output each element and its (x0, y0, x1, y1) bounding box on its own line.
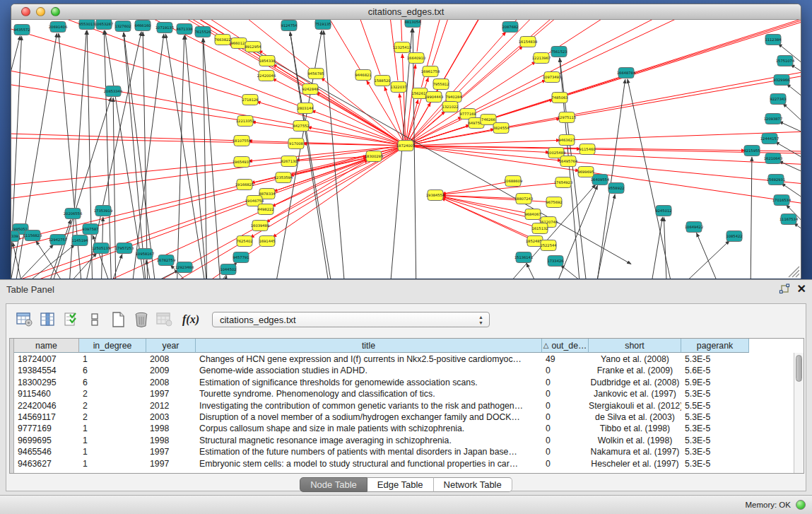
select-columns-button[interactable] (61, 310, 81, 329)
edge-passthrough (514, 20, 801, 22)
show-column-button[interactable] (38, 310, 58, 329)
table-row[interactable]: 946362711997Embryonic stem cells: a mode… (14, 459, 794, 470)
column-header-out_de[interactable]: △out_de… (542, 339, 589, 353)
table-row[interactable]: 2242004622012Investigating the contribut… (14, 401, 794, 412)
table-cell: 2 (79, 412, 146, 424)
table-cell: 9463627 (14, 459, 79, 470)
table-cell: Hescheler et al. (1997) (589, 459, 681, 470)
table-cell: 2012 (146, 401, 196, 412)
graph-node-label: 12353594 (274, 175, 293, 180)
graph-node-label: 12325413 (393, 45, 411, 49)
graph-node-label: 10653287 (95, 22, 113, 26)
table-row[interactable]: 1830029562008Estimation of significance … (14, 378, 794, 389)
graph-node-label: 10649422 (685, 225, 703, 229)
edge-passthrough (437, 20, 753, 91)
table-row[interactable]: 1456911722003Disruption of a novel membe… (14, 412, 794, 424)
sort-ascending-icon: △ (543, 341, 549, 349)
table-cell: Estimation of significance thresholds fo… (196, 378, 542, 389)
table-cell: 0 (542, 424, 589, 435)
graph-node-label: 12975115 (558, 115, 576, 119)
delete-table-button[interactable] (155, 310, 175, 329)
table-cell: 0 (542, 366, 589, 377)
column-header-short[interactable]: short (589, 339, 681, 353)
table-settings-button[interactable] (15, 310, 35, 329)
table-row[interactable]: 1872400712008Changes of HCN gene express… (14, 354, 794, 366)
network-canvas[interactable]: 9435572206914068553013106532871327602646… (11, 20, 801, 279)
resize-grip-icon[interactable] (789, 267, 799, 277)
table-row[interactable]: 977716911998Corpus callosum shape and si… (14, 424, 794, 435)
column-header-name[interactable]: name (14, 339, 79, 353)
stacked-cells-icon (90, 312, 100, 327)
network-graph[interactable]: 9435572206914068553013106532871327602646… (11, 20, 801, 279)
table-cell: 2003 (146, 412, 196, 424)
table-row[interactable]: 1938455462009Genome-wide association stu… (14, 366, 794, 377)
graph-node-label: 17353919 (94, 209, 112, 213)
graph-node-label: 1615132 (531, 226, 548, 230)
table-cell: 1997 (146, 447, 196, 458)
table-cell: Disruption of a novel member of a sodium… (196, 412, 542, 424)
graph-node-label: 17654923 (554, 180, 572, 185)
graph-node-label: 9699695 (577, 170, 594, 174)
network-select-dropdown[interactable]: citations_edges.txt ▲▼ (212, 312, 490, 327)
table-row[interactable]: 946554611997Estimation of the future num… (14, 447, 794, 458)
graph-edge (560, 265, 601, 279)
table-row[interactable]: 969969511998Structural magnetic resonanc… (14, 436, 794, 447)
table-cell: Changes of HCN gene expression and I(f) … (196, 354, 542, 366)
graph-node-label: 11156823 (23, 233, 42, 238)
desktop-background: citations_edges.txt 94355722069140685530… (0, 0, 812, 279)
graph-node-label: 4671338 (176, 27, 192, 31)
scrollbar-thumb[interactable] (796, 355, 802, 382)
graph-node-label: 12213967 (532, 56, 551, 60)
graph-node-label: 19654937 (233, 160, 251, 164)
table-cell: 1997 (146, 459, 196, 470)
graph-node-label: 1854338 (259, 59, 275, 63)
graph-node-label: 10958167 (136, 252, 154, 256)
edge-passthrough (11, 20, 295, 124)
graph-node-label: 12213353 (236, 119, 254, 123)
graph-node-label: 9457791 (233, 255, 249, 259)
table-cell: 0 (542, 436, 589, 447)
edge-passthrough (11, 162, 283, 245)
column-header-pagerank[interactable]: pagerank (681, 339, 749, 353)
graph-node-label: 9456785 (307, 71, 324, 76)
table-cell: Investigating the contribution of common… (196, 401, 542, 412)
column-header-in_degree[interactable]: in_degree (79, 339, 146, 353)
network-window-titlebar[interactable]: citations_edges.txt (11, 4, 801, 20)
new-table-button[interactable] (108, 310, 128, 329)
edge-passthrough (417, 20, 493, 52)
graph-node-label: 9227343 (770, 97, 786, 101)
graph-node-label: 8912954 (245, 45, 261, 49)
column-header-title[interactable]: title (196, 339, 542, 353)
column-header-year[interactable]: year (146, 339, 196, 353)
graph-node-label: 9435572 (13, 28, 30, 32)
graph-edge (779, 122, 801, 137)
graph-node-label: 12942757 (49, 238, 67, 242)
graph-node-label: 17016534 (772, 198, 792, 202)
graph-edge (165, 34, 207, 279)
row-height-button[interactable] (85, 310, 105, 329)
delete-button[interactable] (131, 310, 151, 329)
edge-passthrough (547, 20, 801, 54)
table-cell: 1998 (146, 436, 196, 447)
close-panel-icon[interactable]: ✕ (797, 284, 806, 295)
table-panel-title: Table Panel (6, 284, 54, 295)
network-window[interactable]: citations_edges.txt 94355722069140685530… (11, 4, 801, 279)
graph-node-label: 7485063 (551, 95, 567, 100)
tab-edge-table[interactable]: Edge Table (367, 477, 434, 492)
graph-node-label: 1327602 (114, 24, 131, 28)
graph-node-label: 746266 (481, 117, 495, 122)
network-window-title: citations_edges.txt (11, 6, 801, 17)
vertical-scrollbar[interactable] (794, 353, 804, 473)
graph-node-label: 10719135 (155, 25, 174, 30)
graph-node-label: 18724007 (396, 144, 415, 148)
graph-node-label: 10688609 (504, 179, 522, 183)
table-disabled-icon (156, 312, 173, 327)
tab-network-table[interactable]: Network Table (434, 477, 512, 492)
function-builder-button[interactable]: f(x) (182, 313, 199, 326)
graph-edge (131, 34, 164, 279)
tab-node-table[interactable]: Node Table (300, 477, 367, 492)
float-panel-icon[interactable] (779, 284, 790, 295)
table-panel-header: Table Panel ✕ (0, 280, 812, 300)
graph-node-label: 18300295 (365, 154, 383, 158)
table-row[interactable]: 911546021997Tourette syndrome. Phenomeno… (14, 389, 794, 400)
